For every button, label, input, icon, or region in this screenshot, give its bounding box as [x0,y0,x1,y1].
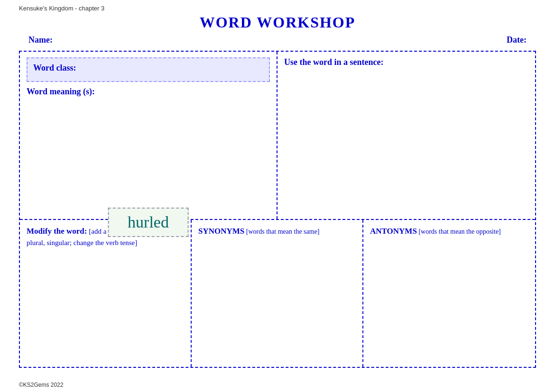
sentence-label: Use the word in a sentence: [284,57,528,67]
page: Kensuke's Kingdom - chapter 3 WORD WORKS… [0,0,555,392]
top-bar: Kensuke's Kingdom - chapter 3 [19,5,536,12]
book-title: Kensuke's Kingdom - chapter 3 [19,5,104,12]
antonyms-cell[interactable]: ANTONYMS [words that mean the opposite] [363,220,535,367]
outer-grid: Word class: Word meaning (s): hurled Use… [19,51,536,368]
name-date-row: Name: Date: [19,35,536,45]
antonyms-light: [words that mean the opposite] [417,228,501,235]
footer: ©KS2Gems 2022 [19,382,64,388]
sentence-area[interactable] [284,71,528,213]
top-right-panel: Use the word in a sentence: [278,52,535,219]
synonyms-label: SYNONYMS [words that mean the same] [198,226,356,237]
main-title: WORD WORKSHOP [19,14,536,31]
synonyms-cell[interactable]: SYNONYMS [words that mean the same] [192,220,363,367]
word-meaning-label: Word meaning (s): [27,87,270,97]
top-section: Word class: Word meaning (s): hurled Use… [20,52,535,220]
antonyms-bold: ANTONYMS [370,227,417,236]
word-class-box[interactable]: Word class: [27,57,270,82]
target-word-box: hurled [108,208,189,237]
synonyms-bold: SYNONYMS [198,227,244,236]
synonyms-light: [words that mean the same] [244,228,319,235]
top-left-panel: Word class: Word meaning (s): hurled [20,52,278,219]
date-label: Date: [507,35,527,45]
word-meaning-area[interactable] [27,100,270,194]
antonyms-label: ANTONYMS [words that mean the opposite] [370,226,528,237]
target-word: hurled [128,213,169,231]
modify-cell[interactable]: Modify the word: [add a prefix or a suff… [20,220,192,367]
modify-bold: Modify the word: [27,227,87,236]
bottom-section: Modify the word: [add a prefix or a suff… [20,220,535,367]
name-label: Name: [28,35,53,45]
word-class-label: Word class: [33,63,76,73]
